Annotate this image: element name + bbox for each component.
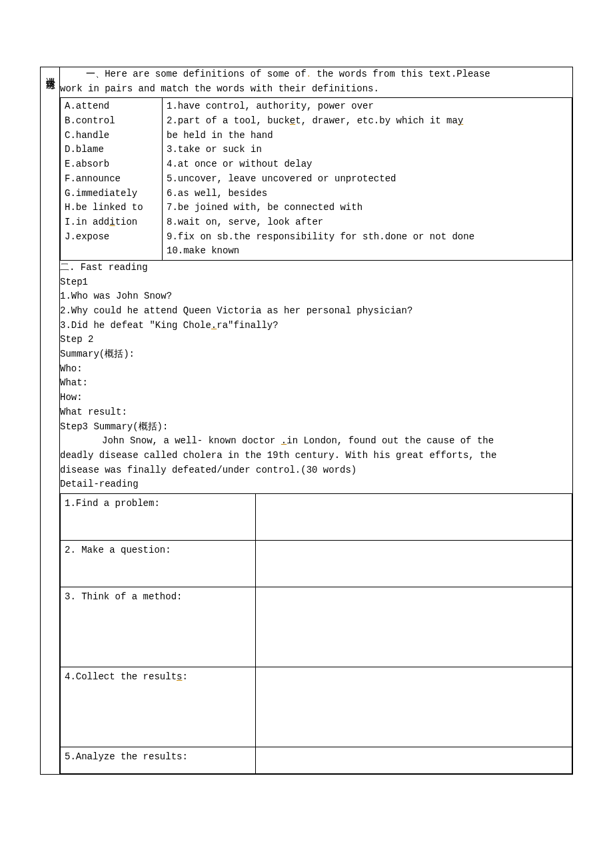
- dot-icon: .: [306, 70, 311, 79]
- vocab-word: C.handle: [65, 129, 158, 143]
- vocab-def: 7.be joined with, be connected with: [167, 201, 568, 215]
- detail-step-answer: [256, 747, 572, 773]
- vocab-word: F.announce: [65, 172, 158, 187]
- summary-field: What:: [60, 376, 572, 391]
- vocab-def: 8.wait on, serve, look after: [167, 215, 568, 230]
- step-label: Step 2: [60, 333, 572, 347]
- step-label: Step1: [60, 275, 572, 290]
- section-heading: 二. Fast reading: [60, 261, 572, 275]
- intro-line-2: work in pairs and match the words with t…: [60, 82, 572, 97]
- content-cell: 一、Here are some definitions of some of. …: [60, 67, 573, 775]
- vocab-words-cell: A.attend B.control C.handle D.blame E.ab…: [61, 98, 163, 261]
- vocab-word: E.absorb: [65, 157, 158, 172]
- detail-step-label: 2. Make a question:: [61, 540, 256, 587]
- vocab-table: A.attend B.control C.handle D.blame E.ab…: [60, 97, 572, 261]
- vocab-def: 9.fix on sb.the responsibility for sth.d…: [167, 230, 568, 245]
- vocab-def: 2.part of a tool, bucket, drawer, etc.by…: [167, 114, 568, 129]
- vocab-def: 3.take or suck in: [167, 143, 568, 157]
- detail-step-label: 4.Collect the results:: [61, 667, 256, 747]
- summary-field: How:: [60, 391, 572, 405]
- summary-paragraph: John Snow, a well- known doctor .in Lond…: [60, 434, 572, 449]
- section-label-cell: 课堂练习: [41, 67, 60, 775]
- vocab-word: D.blame: [65, 143, 158, 157]
- detail-step-label: 1.Find a problem:: [61, 493, 256, 540]
- vocab-word: G.immediately: [65, 187, 158, 201]
- vocab-word: H.be linked to: [65, 201, 158, 215]
- question: 2.Why could he attend Queen Victoria as …: [60, 304, 572, 319]
- intro-line-1: 一、Here are some definitions of some of. …: [60, 67, 572, 82]
- summary-paragraph: disease was finally defeated/under contr…: [60, 463, 572, 478]
- summary-field: Who:: [60, 362, 572, 377]
- summary-heading: Summary(概括):: [60, 347, 572, 362]
- worksheet-table: 课堂练习 一、Here are some definitions of some…: [40, 67, 573, 775]
- vocab-word: A.attend: [65, 99, 158, 114]
- detail-table: 1.Find a problem: 2. Make a question: 3.…: [60, 493, 572, 774]
- vocab-word: I.in addition: [65, 215, 158, 230]
- vocab-def: 10.make known: [167, 244, 568, 259]
- vocab-word: J.expose: [65, 230, 158, 245]
- vocab-def: be held in the hand: [167, 129, 568, 143]
- summary-paragraph: deadly disease called cholera in the 19t…: [60, 449, 572, 463]
- detail-step-answer: [256, 587, 572, 667]
- detail-step-answer: [256, 667, 572, 747]
- vocab-word: B.control: [65, 114, 158, 129]
- summary-field: What result:: [60, 405, 572, 420]
- section-label: 课堂练习: [44, 70, 56, 75]
- vocab-def: 6.as well, besides: [167, 187, 568, 201]
- detail-heading: Detail-reading: [60, 477, 572, 492]
- step-label: Step3 Summary(概括):: [60, 420, 572, 435]
- vocab-defs-cell: 1.have control, authority, power over 2.…: [163, 98, 572, 261]
- vocab-def: 5.uncover, leave uncovered or unprotecte…: [167, 172, 568, 187]
- detail-step-label: 3. Think of a method:: [61, 587, 256, 667]
- detail-step-answer: [256, 493, 572, 540]
- vocab-def: 4.at once or without delay: [167, 157, 568, 172]
- question: 3.Did he defeat "King Chole.ra"finally?: [60, 319, 572, 333]
- detail-step-label: 5.Analyze the results:: [61, 747, 256, 773]
- detail-step-answer: [256, 540, 572, 587]
- question: 1.Who was John Snow?: [60, 289, 572, 304]
- vocab-def: 1.have control, authority, power over: [167, 99, 568, 114]
